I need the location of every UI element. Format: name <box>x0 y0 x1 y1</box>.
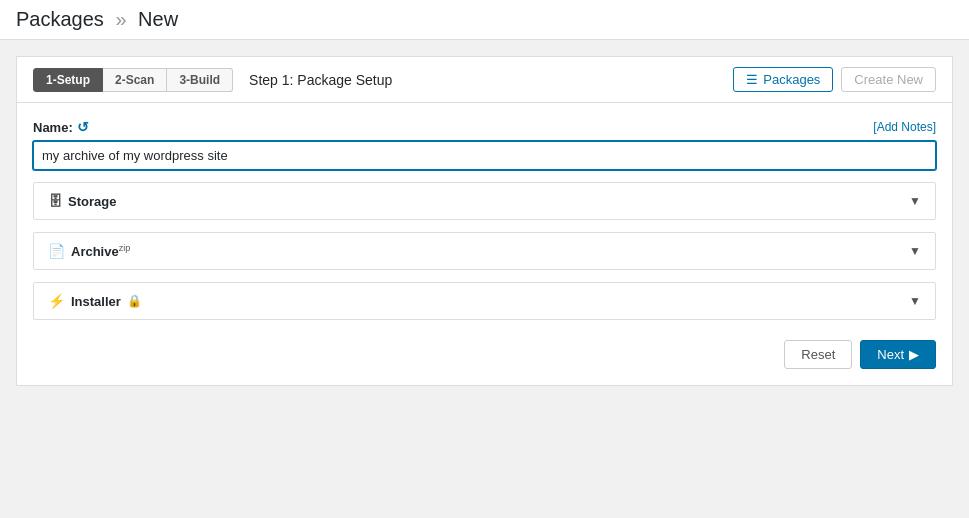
archive-zip-sup: zip <box>119 243 131 253</box>
breadcrumb-packages: Packages <box>16 8 104 30</box>
installer-icon: ⚡ <box>48 293 65 309</box>
toolbar-row: 1-Setup 2-Scan 3-Build Step 1: Package S… <box>16 56 953 103</box>
page-title: Packages » New <box>16 8 178 31</box>
next-button[interactable]: Next ▶ <box>860 340 936 369</box>
create-new-button[interactable]: Create New <box>841 67 936 92</box>
archive-chevron-icon: ▼ <box>909 244 921 258</box>
packages-button-label: Packages <box>763 72 820 87</box>
next-button-label: Next <box>877 347 904 362</box>
name-row: Name: ↺ [Add Notes] <box>33 119 936 135</box>
step-tabs: 1-Setup 2-Scan 3-Build <box>33 68 233 92</box>
name-input[interactable] <box>33 141 936 170</box>
section-storage-header[interactable]: 🗄 Storage ▼ <box>34 183 935 219</box>
archive-label: Archivezip <box>71 243 130 259</box>
section-installer-header[interactable]: ⚡ Installer 🔒 ▼ <box>34 283 935 319</box>
section-archive: 📄 Archivezip ▼ <box>33 232 936 270</box>
page-title-bar: Packages » New <box>0 0 969 40</box>
reset-name-icon[interactable]: ↺ <box>77 119 89 135</box>
section-storage: 🗄 Storage ▼ <box>33 182 936 220</box>
packages-button[interactable]: ☰ Packages <box>733 67 833 92</box>
add-notes-link[interactable]: [Add Notes] <box>873 120 936 134</box>
step-description: Step 1: Package Setup <box>249 72 392 88</box>
tab-step3[interactable]: 3-Build <box>167 68 233 92</box>
reset-button[interactable]: Reset <box>784 340 852 369</box>
section-installer: ⚡ Installer 🔒 ▼ <box>33 282 936 320</box>
section-archive-header[interactable]: 📄 Archivezip ▼ <box>34 233 935 269</box>
tab-step2[interactable]: 2-Scan <box>103 68 167 92</box>
breadcrumb-separator: » <box>115 8 126 30</box>
lock-icon: 🔒 <box>127 294 142 308</box>
storage-icon: 🗄 <box>48 193 62 209</box>
storage-chevron-icon: ▼ <box>909 194 921 208</box>
action-row: Reset Next ▶ <box>33 340 936 369</box>
tab-step1[interactable]: 1-Setup <box>33 68 103 92</box>
breadcrumb-new: New <box>138 8 178 30</box>
name-label-group: Name: ↺ <box>33 119 89 135</box>
archive-icon: 📄 <box>48 243 65 259</box>
form-area: Name: ↺ [Add Notes] 🗄 Storage ▼ 📄 Archiv… <box>16 103 953 386</box>
section-installer-title: ⚡ Installer 🔒 <box>48 293 142 309</box>
installer-chevron-icon: ▼ <box>909 294 921 308</box>
packages-icon: ☰ <box>746 72 758 87</box>
name-label: Name: <box>33 120 73 135</box>
section-storage-title: 🗄 Storage <box>48 193 116 209</box>
installer-label: Installer <box>71 294 121 309</box>
next-arrow-icon: ▶ <box>909 347 919 362</box>
section-archive-title: 📄 Archivezip <box>48 243 130 259</box>
toolbar-buttons: ☰ Packages Create New <box>733 67 936 92</box>
main-content: 1-Setup 2-Scan 3-Build Step 1: Package S… <box>0 40 969 402</box>
storage-label: Storage <box>68 194 116 209</box>
